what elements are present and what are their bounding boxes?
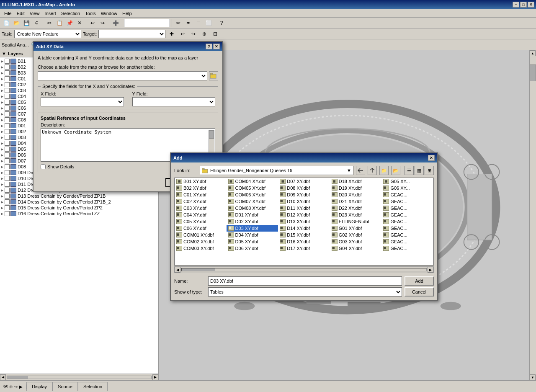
y-field-select[interactable] — [132, 97, 216, 106]
layer-checkbox[interactable] — [5, 59, 10, 64]
layer-checkbox[interactable] — [5, 141, 10, 146]
tab-display[interactable]: Display — [26, 382, 52, 391]
desc-scroll-thumb[interactable] — [209, 130, 214, 139]
menu-edit[interactable]: Edit — [14, 10, 27, 17]
filename-input[interactable] — [208, 276, 402, 286]
file-item[interactable]: ▦ C03 XY.dbf — [175, 205, 227, 211]
addxy-table-select[interactable] — [38, 71, 207, 80]
layer-checkbox[interactable] — [5, 147, 10, 152]
editor-button[interactable]: ✏ — [174, 18, 183, 28]
add-data-button[interactable]: ➕ — [111, 18, 120, 28]
expand-icon[interactable]: ▶ — [1, 177, 3, 181]
file-item[interactable]: ▦ D16 XY.dbf — [278, 238, 330, 245]
view-detail-btn[interactable]: ▦ — [415, 166, 424, 175]
edit-tool2[interactable]: ↩ — [178, 29, 187, 39]
file-item[interactable]: ▦ GEAC... — [381, 211, 433, 218]
file-item[interactable]: ▦ G06 XY... — [381, 185, 433, 191]
vscroll-thumb[interactable] — [530, 64, 536, 81]
file-item[interactable]: ▦ COM01 XY.dbf — [175, 232, 227, 238]
edit-tool1[interactable]: ✚ — [167, 29, 176, 39]
map-vscroll[interactable]: ▲ ▼ — [529, 50, 536, 380]
file-item[interactable]: ▦ G03 XY.dbf — [330, 238, 382, 245]
expand-icon[interactable]: ▶ — [1, 59, 3, 63]
file-item[interactable]: ▦ D21 XY.dbf — [330, 198, 382, 205]
layer-checkbox[interactable] — [5, 100, 10, 105]
square-button[interactable]: ⬜ — [204, 18, 213, 28]
open-button[interactable]: 📂 — [12, 18, 21, 28]
file-item[interactable]: ▦ D13 XY.dbf — [278, 218, 330, 225]
file-item[interactable]: ▦ G05 XY... — [381, 178, 433, 185]
expand-icon[interactable]: ▶ — [1, 89, 3, 93]
expand-icon[interactable]: ▶ — [1, 159, 3, 163]
file-item[interactable]: ▦ COM05 XY.dbf — [227, 185, 278, 191]
file-item[interactable]: ▦ D11 XY.dbf — [278, 205, 330, 211]
file-item[interactable]: ▦ GEAC... — [381, 191, 433, 198]
add-file-btn[interactable]: Add — [405, 276, 434, 286]
expand-icon[interactable]: ▶ — [1, 165, 3, 169]
save-button[interactable]: 💾 — [22, 18, 31, 28]
expand-icon[interactable]: ▶ — [1, 147, 3, 151]
nav-up-btn[interactable] — [368, 166, 377, 175]
x-field-select[interactable] — [41, 97, 124, 106]
layer-checkbox[interactable] — [5, 205, 10, 210]
hscroll-left[interactable]: ◀ — [175, 267, 180, 273]
file-item[interactable]: ▦ GEAC... — [381, 198, 433, 205]
file-item[interactable]: ▦ COM02 XY.dbf — [175, 238, 227, 245]
nav-folder-btn[interactable]: 📁 — [379, 166, 389, 175]
edit-tool4[interactable]: ⊕ — [200, 29, 209, 39]
file-item[interactable]: ▦ D15 XY.dbf — [278, 232, 330, 238]
file-item[interactable]: ▦ GEAC... — [381, 238, 433, 245]
file-item[interactable]: ▦ D10 XY.dbf — [278, 198, 330, 205]
delete-button[interactable]: ✕ — [75, 18, 84, 28]
view-icon-btn[interactable]: ⊞ — [425, 166, 434, 175]
layer-checkbox[interactable] — [5, 94, 10, 99]
scroll-up-btn[interactable]: ▲ — [530, 50, 536, 56]
maximize-button[interactable]: □ — [520, 2, 527, 8]
layer-checkbox[interactable] — [5, 182, 10, 187]
view-list-btn[interactable]: ☰ — [405, 166, 414, 175]
nav-back-btn[interactable] — [356, 166, 365, 175]
edit-tool3[interactable]: ↪ — [189, 29, 198, 39]
layer-checkbox[interactable] — [5, 88, 10, 93]
file-item[interactable]: ▦ D09 XY.dbf — [278, 191, 330, 198]
expand-icon[interactable]: ▶ — [1, 106, 3, 110]
scroll-left-btn[interactable]: ◀ — [0, 374, 6, 380]
add-cancel-btn[interactable]: Cancel — [405, 287, 434, 297]
addxy-browse-btn[interactable] — [209, 71, 218, 80]
menu-selection[interactable]: Selection — [59, 10, 82, 17]
hscroll-thumb[interactable] — [7, 376, 28, 379]
target-select[interactable] — [98, 30, 165, 38]
file-item[interactable]: ▦ GEAC... — [381, 225, 433, 232]
file-item[interactable]: ▦ G01 XY.dbf — [330, 225, 382, 232]
layer-checkbox[interactable] — [5, 152, 10, 157]
expand-icon[interactable]: ▶ — [1, 136, 3, 139]
file-item[interactable]: ▦ COM06 XY.dbf — [227, 191, 278, 198]
expand-icon[interactable]: ▶ — [1, 212, 3, 216]
expand-icon[interactable]: ▶ — [1, 118, 3, 122]
file-item[interactable]: ▦ D20 XY.dbf — [330, 191, 382, 198]
scroll-down-btn[interactable]: ▼ — [530, 374, 536, 380]
layer-checkbox[interactable] — [5, 188, 10, 193]
file-item[interactable]: ▦ GEAC... — [381, 232, 433, 238]
layer-checkbox[interactable] — [5, 76, 10, 81]
layer-checkbox[interactable] — [5, 164, 10, 169]
file-item[interactable]: ▦ D22 XY.dbf — [330, 205, 382, 211]
expand-icon[interactable]: ▶ — [1, 83, 3, 87]
cut-button[interactable]: ✂ — [45, 18, 54, 28]
tab-selection[interactable]: Selection — [78, 382, 108, 391]
file-item[interactable]: ▦ G02 XY.dbf — [330, 232, 382, 238]
layer-checkbox[interactable] — [5, 64, 10, 70]
show-details-checkbox[interactable] — [41, 164, 46, 169]
shape-button[interactable]: ◻ — [194, 18, 203, 28]
minimize-button[interactable]: − — [513, 2, 519, 8]
layer-checkbox[interactable] — [5, 170, 10, 175]
layer-checkbox[interactable] — [5, 106, 10, 111]
showtype-select[interactable]: Tables — [208, 287, 402, 297]
layer-checkbox[interactable] — [5, 117, 10, 122]
hscroll-thumb[interactable] — [182, 268, 215, 271]
file-item[interactable]: ▦ D18 XY.dbf — [330, 178, 382, 185]
file-item[interactable]: ▦ D01 XY.dbf — [227, 211, 278, 218]
expand-icon[interactable]: ▶ — [1, 124, 3, 128]
menu-view[interactable]: View — [27, 10, 42, 17]
file-item[interactable]: ▦ C05 XY.dbf — [175, 218, 227, 225]
